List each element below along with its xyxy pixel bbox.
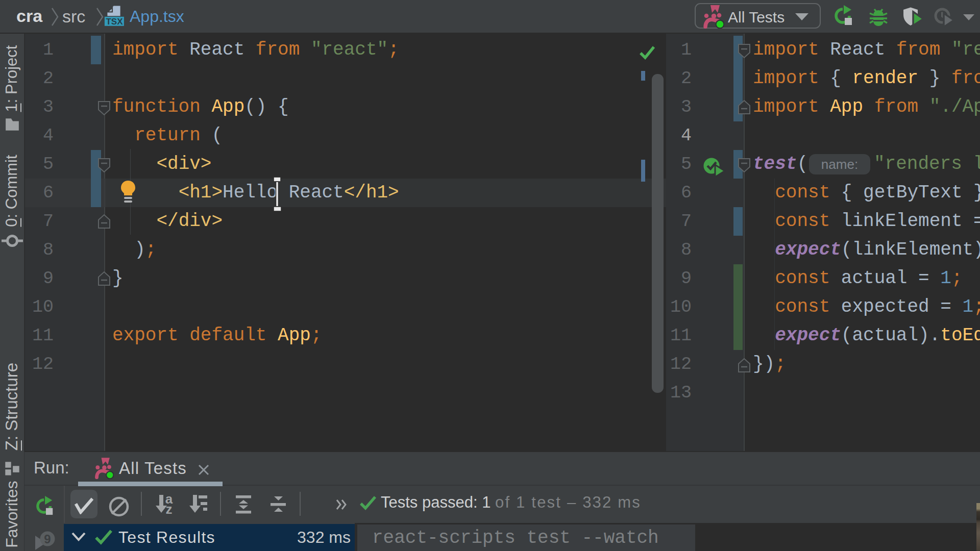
svg-text:z: z	[166, 502, 173, 514]
svg-text:9: 9	[44, 532, 51, 546]
